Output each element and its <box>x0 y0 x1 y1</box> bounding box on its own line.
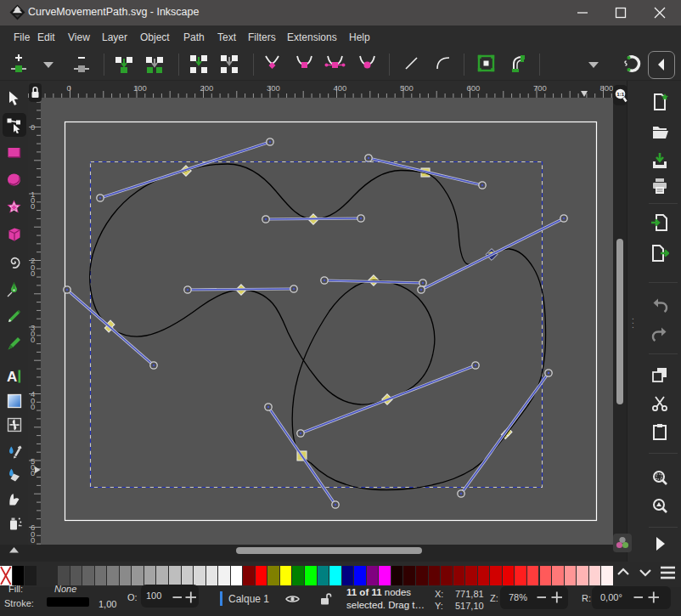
svg-text:800: 800 <box>600 83 614 93</box>
svg-text:0: 0 <box>31 122 35 132</box>
svg-text:0: 0 <box>31 335 35 344</box>
svg-text:1:1: 1:1 <box>616 91 625 97</box>
svg-text:400: 400 <box>334 83 347 93</box>
svg-text:500: 500 <box>400 83 414 93</box>
svg-text:700: 700 <box>533 83 547 93</box>
svg-text:300: 300 <box>267 83 280 93</box>
svg-text:A: A <box>7 369 17 385</box>
svg-text:0: 0 <box>31 201 35 211</box>
svg-text:0: 0 <box>31 468 35 478</box>
svg-text:0: 0 <box>67 83 71 93</box>
svg-text:0: 0 <box>31 268 35 278</box>
svg-text:100: 100 <box>133 83 147 93</box>
svg-text:200: 200 <box>200 83 214 93</box>
svg-text:600: 600 <box>467 83 481 93</box>
svg-text:0: 0 <box>31 535 35 545</box>
svg-text:0: 0 <box>31 402 35 411</box>
